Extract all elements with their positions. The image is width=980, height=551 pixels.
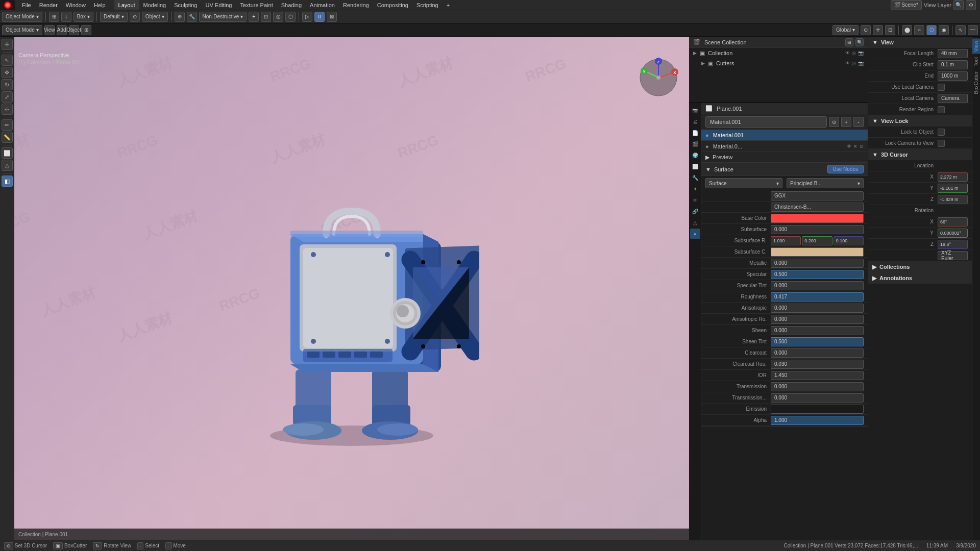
play-icon[interactable]: ▷ [302,12,312,22]
render-icon[interactable]: 📷 [858,51,864,56]
clearcoat-val[interactable]: 0.000 [771,348,864,358]
proportional-icon[interactable]: ◎ [273,12,283,22]
menu-help[interactable]: Help [90,0,110,10]
cursor-tool[interactable]: ✛ [2,39,13,50]
physics-icon[interactable]: ⚛ [690,195,700,205]
view-section-header[interactable]: ▼ View [868,37,972,48]
add-menu[interactable]: Add [57,25,67,35]
sheen-val[interactable]: 0.000 [771,326,864,335]
sr-x-val[interactable]: 1.000 [771,236,801,245]
gizmo-icon[interactable]: ✛ [873,25,883,35]
cursor-x-val[interactable]: 2.272 m [938,172,968,182]
use-nodes-button[interactable]: Use Nodes [827,165,864,173]
roughness-val[interactable]: 0.417 [771,292,864,302]
object-mode-btn[interactable]: Object Mode ▾ [2,12,42,22]
cursor-z-val[interactable]: -1.829 m [938,195,968,204]
mat2-eye[interactable]: 👁 [847,144,851,149]
anisotropic-val[interactable]: 0.000 [771,304,864,313]
tool-tab[interactable]: Tool [972,55,980,68]
clip-start-val[interactable]: 0.1 m [938,60,968,69]
focal-length-val[interactable]: 40 mm [938,49,968,58]
workspace-scripting[interactable]: Scripting [412,0,443,10]
viewport-icon[interactable]: ⊙ [130,12,140,22]
overlay-icon[interactable]: ⊙ [861,25,871,35]
world-props-icon[interactable]: 🌍 [690,150,700,160]
local-camera-checkbox[interactable] [938,84,945,91]
workspace-animation[interactable]: Animation [306,0,339,10]
scene-props-icon[interactable]: 🎬 [690,139,700,149]
move-tool[interactable]: ✥ [2,67,13,78]
mat-remove-btn[interactable]: - [853,117,864,127]
pivot-icon[interactable]: ✦ [249,12,259,22]
outliner-item-collection[interactable]: ▶ ▣ Collection 👁 ◎ 📷 [689,48,868,58]
pause-icon[interactable]: ⏸ [314,12,325,22]
add-cube-tool[interactable]: ⬜ [2,147,13,159]
extra-icon[interactable]: ⬡ [285,12,296,22]
global-icon[interactable]: ⊞ [49,12,59,22]
eye-icon[interactable]: 👁 [845,51,850,56]
render-icon2[interactable]: 📷 [858,61,864,66]
cursor-section-header[interactable]: ▼ 3D Cursor [868,149,972,160]
rotate-tool[interactable]: ↻ [2,79,13,90]
specular-val[interactable]: 0.500 [771,270,864,279]
solid-mode[interactable]: ⬤ [902,25,912,35]
output-props-icon[interactable]: 🖨 [690,116,700,127]
rendered-mode[interactable]: ◉ [939,25,949,35]
emission-swatch[interactable] [771,405,864,414]
3d-viewport[interactable]: RRCG 人人素材 RRCG 人人素材 RRCG 人人素材 RRCG 人人素材 … [14,37,689,540]
clearcoat-r-val[interactable]: 0.030 [771,360,864,369]
metallic-val[interactable]: 0.000 [771,259,864,268]
workspace-uv[interactable]: UV Editing [202,0,236,10]
blender-logo[interactable] [0,0,15,10]
data-icon[interactable]: △ [690,217,700,228]
search-btn[interactable]: 🔍 [953,0,964,10]
material-name[interactable]: Material.001 [705,116,827,128]
menu-window[interactable]: Window [62,0,90,10]
end-icon[interactable]: ⊠ [327,12,337,22]
cursor-rx-val[interactable]: 66° [938,217,968,227]
render-region-checkbox[interactable] [938,106,945,113]
sr-z-val[interactable]: 0.100 [834,236,864,245]
add-cone-tool[interactable]: △ [2,160,13,171]
edit-mode-btn[interactable]: Box ▾ [74,12,93,22]
alpha-val[interactable]: 1.000 [771,416,864,425]
object-btn[interactable]: Object ▾ [142,12,168,22]
ggx-value[interactable]: GGX [771,191,864,201]
outliner-search[interactable]: 🔍 [855,38,864,46]
material-item-active[interactable]: ● Material.001 [701,130,868,141]
specular-tint-val[interactable]: 0.000 [771,281,864,290]
viewport-mode-toggle[interactable]: Object Mode ▾ [2,25,42,35]
collections-header[interactable]: ▶ Collections [868,261,972,272]
base-color-swatch[interactable] [771,214,864,223]
object-menu[interactable]: Object [69,25,79,35]
workspace-layout[interactable]: Layout [114,0,139,10]
camera-ref-val[interactable]: Camera [938,94,968,103]
material-item-2[interactable]: ● Material.0... 👁 ✕ ⊙ [701,141,868,152]
more-icon[interactable]: ⊞ [81,25,91,35]
extra-tools[interactable]: ∿ [955,25,966,35]
surface-header[interactable]: ▼ Surface Use Nodes [701,163,868,176]
scale-tool[interactable]: ⤢ [2,91,13,103]
workspace-sculpting[interactable]: Sculpting [170,0,201,10]
scene-selector[interactable]: 🎬 Scene* [891,0,922,10]
annotate-tool[interactable]: ✏ [2,119,13,131]
subsurface-color-swatch[interactable] [771,247,864,257]
boxcutter-tab[interactable]: BoxCutter [972,69,980,96]
eye-icon2[interactable]: 👁 [845,61,850,66]
transmission2-val[interactable]: 0.000 [771,393,864,403]
mat2-del[interactable]: ✕ [853,144,857,149]
material-props-icon[interactable]: ● [690,229,700,239]
workspace-shading[interactable]: Shading [277,0,306,10]
menu-file[interactable]: File [18,0,35,10]
navigation-gizmo[interactable]: X Y Z [638,57,679,98]
select-icon[interactable]: ↕ [61,12,71,22]
select-tool[interactable]: ↖ [2,55,13,66]
cursor-ry-val[interactable]: 0.000002° [938,229,968,238]
lock-object-checkbox[interactable] [938,129,945,136]
view-layer-icon[interactable]: 📄 [690,128,700,138]
rotation-mode-val[interactable]: XYZ Euler [938,251,968,260]
subsurface-val[interactable]: 0.000 [771,225,864,234]
xray-mode[interactable]: ⬡ [926,25,937,35]
object-props-icon[interactable]: ⬜ [690,161,700,171]
mat-browse-btn[interactable]: ⊙ [829,117,839,127]
